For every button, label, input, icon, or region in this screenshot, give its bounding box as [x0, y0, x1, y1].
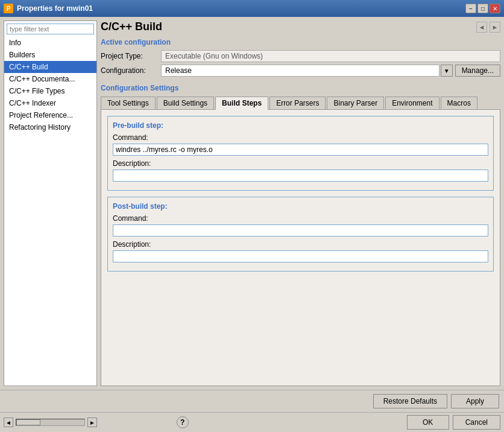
tab-build-steps[interactable]: Build Steps	[215, 97, 268, 110]
active-config-section: Active configuration Project Type: Execu…	[101, 38, 500, 79]
nav-forward-button[interactable]: ►	[490, 22, 500, 33]
page-title: C/C++ Build	[101, 21, 162, 33]
configuration-label: Configuration:	[101, 66, 161, 75]
filter-input[interactable]	[7, 24, 94, 34]
configuration-field: Release ▼	[161, 65, 453, 77]
tab-tool-settings[interactable]: Tool Settings	[101, 97, 156, 110]
sidebar-item-cpp-build[interactable]: C/C++ Build	[4, 61, 96, 73]
scroll-thumb	[16, 419, 40, 425]
post-build-command-input[interactable]	[113, 224, 488, 237]
sidebar-item-cpp-docs[interactable]: C/C++ Documenta...	[4, 73, 96, 85]
pre-build-command-label: Command:	[113, 133, 488, 142]
pre-build-command-input[interactable]	[113, 144, 488, 156]
ok-button[interactable]: OK	[407, 415, 449, 430]
post-build-title: Post-build step:	[113, 202, 488, 211]
sidebar-item-builders[interactable]: Builders	[4, 49, 96, 61]
configuration-dropdown[interactable]: Release	[161, 65, 439, 77]
sidebar-item-project-refs[interactable]: Project Reference...	[4, 109, 96, 121]
tab-macros[interactable]: Macros	[441, 97, 477, 110]
sidebar-items-container: InfoBuildersC/C++ BuildC/C++ Documenta..…	[4, 37, 96, 133]
maximize-button[interactable]: □	[477, 4, 488, 13]
post-build-desc-input[interactable]	[113, 250, 488, 262]
title-bar-buttons: − □ ✕	[465, 4, 500, 13]
right-panel: C/C++ Build ◄ ► Active configuration Pro…	[101, 21, 500, 386]
pre-build-section: Pre-build step: Command: Description:	[107, 116, 494, 191]
project-type-value: Executable (Gnu on Windows)	[161, 50, 500, 62]
post-build-command-label: Command:	[113, 214, 488, 223]
scroll-track[interactable]	[16, 419, 85, 426]
pre-build-desc-input[interactable]	[113, 170, 488, 182]
tab-binary-parser[interactable]: Binary Parser	[327, 97, 384, 110]
close-button[interactable]: ✕	[490, 4, 500, 13]
tab-error-parsers[interactable]: Error Parsers	[269, 97, 326, 110]
scroll-left-arrow[interactable]: ◄	[4, 418, 13, 427]
post-build-desc-label: Description:	[113, 240, 488, 249]
nav-back-button[interactable]: ◄	[476, 22, 487, 33]
app-icon: P	[4, 4, 13, 13]
tab-content: Pre-build step: Command: Description: Po…	[101, 109, 500, 386]
scroll-right-arrow[interactable]: ►	[87, 418, 97, 427]
sidebar-item-refactoring[interactable]: Refactoring History	[4, 121, 96, 133]
minimize-button[interactable]: −	[465, 4, 476, 13]
apply-button[interactable]: Apply	[451, 394, 499, 408]
window-body: InfoBuildersC/C++ BuildC/C++ Documenta..…	[0, 17, 504, 432]
main-content: InfoBuildersC/C++ BuildC/C++ Documenta..…	[0, 17, 504, 390]
pre-build-title: Pre-build step:	[113, 121, 488, 130]
title-bar-text: Properties for mwin01	[17, 4, 465, 13]
sidebar-item-info[interactable]: Info	[4, 37, 96, 49]
help-button[interactable]: ?	[177, 416, 189, 428]
config-settings-label: Configuration Settings	[101, 84, 500, 92]
manage-button[interactable]: Manage...	[455, 65, 500, 77]
tab-environment[interactable]: Environment	[385, 97, 439, 110]
active-config-label: Active configuration	[101, 38, 500, 46]
nav-arrows: ◄ ►	[476, 22, 500, 33]
configuration-dropdown-arrow[interactable]: ▼	[441, 65, 453, 77]
panel-title-row: C/C++ Build ◄ ►	[101, 21, 500, 33]
project-type-label: Project Type:	[101, 52, 161, 60]
tab-build-settings[interactable]: Build Settings	[157, 97, 214, 110]
cancel-button[interactable]: Cancel	[453, 415, 500, 430]
configuration-row: Configuration: Release ▼ Manage...	[101, 65, 500, 77]
sidebar: InfoBuildersC/C++ BuildC/C++ Documenta..…	[4, 21, 97, 386]
title-bar: P Properties for mwin01 − □ ✕	[0, 0, 504, 17]
pre-build-desc-label: Description:	[113, 159, 488, 168]
sidebar-item-cpp-file-types[interactable]: C/C++ File Types	[4, 85, 96, 97]
bottom-bar: Restore Defaults Apply	[0, 390, 504, 412]
post-build-section: Post-build step: Command: Description:	[107, 197, 494, 272]
restore-defaults-button[interactable]: Restore Defaults	[373, 394, 447, 408]
tabs-container: Tool SettingsBuild SettingsBuild StepsEr…	[101, 96, 500, 109]
project-type-row: Project Type: Executable (Gnu on Windows…	[101, 50, 500, 62]
sidebar-item-cpp-indexer[interactable]: C/C++ Indexer	[4, 97, 96, 109]
